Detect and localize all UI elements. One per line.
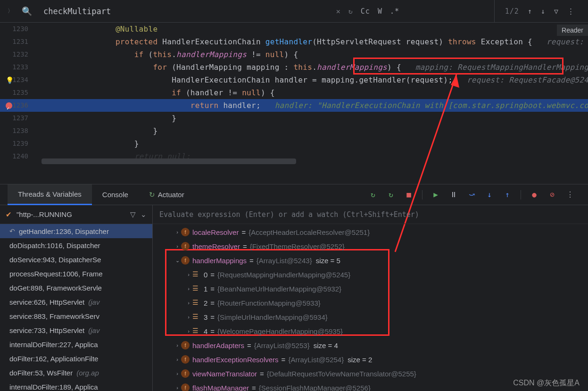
code-line[interactable]: 1230 @Nullable (0, 23, 588, 35)
expand-icon[interactable]: › (174, 243, 181, 249)
chevron-down-icon[interactable]: ⌄ (141, 210, 147, 219)
step-out-icon[interactable]: ↑ (503, 190, 512, 200)
collapse-icon[interactable]: 〉 (8, 7, 13, 15)
stack-frame[interactable]: doGet:898, FrameworkServle (0, 281, 152, 295)
pause-icon[interactable]: ⏸ (449, 190, 458, 200)
line-number[interactable]: 1237 (0, 112, 41, 125)
words-toggle[interactable]: W (378, 7, 382, 16)
code-line[interactable]: 1231 protected HandlerExecutionChain get… (0, 35, 588, 48)
tab-actuator[interactable]: ↻Actuator (139, 184, 195, 205)
view-breakpoints-icon[interactable]: ● (530, 190, 539, 200)
variable-row[interactable]: ›☰0 = {RequestMappingHandlerMapping@5245… (153, 267, 588, 282)
code-line[interactable]: 1237 } (0, 112, 588, 125)
expand-icon[interactable]: › (174, 342, 181, 348)
line-number[interactable]: 1240 (0, 150, 41, 163)
code-line[interactable]: 1234💡 HandlerExecutionChain handler = ma… (0, 74, 588, 86)
variable-size: size = 5 (316, 257, 340, 265)
expand-icon[interactable]: › (174, 357, 181, 362)
thread-name[interactable]: "http-...RUNNING (17, 210, 125, 218)
search-icon[interactable]: 🔍 (22, 6, 32, 16)
variable-row[interactable]: ›☰2 = {RouterFunctionMapping@5933} (153, 296, 588, 310)
line-number[interactable]: 1232 (0, 48, 41, 61)
call-stack[interactable]: ↶getHandler:1236, DispatcherdoDispatch:1… (0, 224, 152, 391)
code-line[interactable]: 1238 } (0, 125, 588, 137)
tab-console[interactable]: Console (92, 184, 139, 205)
line-number[interactable]: 1236 (0, 99, 41, 112)
step-over-icon[interactable]: ⤻ (467, 190, 476, 200)
expand-icon[interactable]: › (185, 286, 192, 291)
variable-row[interactable]: ›☰3 = {SimpleUrlHandlerMapping@5934} (153, 310, 588, 324)
line-number[interactable]: 1234💡 (0, 74, 41, 86)
mute-breakpoints-icon[interactable]: ⊘ (547, 190, 557, 200)
variable-row[interactable]: ›☰4 = {WelcomePageHandlerMapping@5935} (153, 324, 588, 338)
stack-frame[interactable]: internalDoFilter:189, Applica (0, 380, 152, 391)
filter-icon[interactable]: ▽ (130, 210, 136, 219)
next-match-icon[interactable]: ↓ (541, 7, 546, 16)
stack-frame[interactable]: doService:943, DispatcherSe (0, 252, 152, 266)
expand-icon[interactable]: › (174, 385, 181, 391)
stack-frame[interactable]: processRequest:1006, Frame (0, 266, 152, 281)
code-line[interactable]: 1233 for (HandlerMapping mapping : this.… (0, 61, 588, 74)
line-number[interactable]: 1230 (0, 23, 41, 35)
variable-row[interactable]: ⌄fhandlerMappings = {ArrayList@5243}size… (153, 253, 588, 267)
breakpoint-icon[interactable] (6, 102, 12, 109)
variable-row[interactable]: ›fhandlerAdapters = {ArrayList@5253}size… (153, 338, 588, 352)
variable-value: {RequestMappingHandlerMapping@5245} (217, 271, 350, 279)
stack-frame[interactable]: doFilter:162, ApplicationFilte (0, 351, 152, 366)
stack-frame[interactable]: doDispatch:1016, Dispatcher (0, 238, 152, 252)
expand-icon[interactable]: › (185, 314, 192, 320)
stack-frame[interactable]: service:883, FrameworkServ (0, 309, 152, 323)
variable-name: handlerMappings (192, 257, 247, 265)
line-number[interactable]: 1235 (0, 86, 41, 99)
match-case-toggle[interactable]: Cc (361, 7, 370, 16)
variable-row[interactable]: ›fhandlerExceptionResolvers = {ArrayList… (153, 352, 588, 366)
step-into-icon[interactable]: ↓ (485, 190, 494, 200)
code-line[interactable]: 1236 return handler; handler: "HandlerEx… (0, 99, 588, 112)
expand-icon[interactable]: › (174, 371, 181, 376)
field-icon: f (181, 256, 190, 265)
code-line[interactable]: 1235 if (handler != null) { (0, 86, 588, 99)
tab-threads-variables[interactable]: Threads & Variables (8, 184, 92, 205)
regex-toggle[interactable]: .* (390, 7, 399, 16)
variables-tree[interactable]: ›flocaleResolver = {AcceptHeaderLocaleRe… (153, 224, 588, 391)
stack-frame[interactable]: service:626, HttpServlet (jav (0, 295, 152, 309)
code-editor[interactable]: 1230 @Nullable1231 protected HandlerExec… (0, 23, 588, 164)
expand-icon[interactable]: ⌄ (174, 258, 181, 264)
more-icon[interactable]: ⋮ (567, 7, 575, 16)
horizontal-scrollbar[interactable] (41, 158, 296, 164)
stack-frame[interactable]: doFilter:53, WsFilter (org.ap (0, 366, 152, 380)
drop-frame-icon[interactable]: ↶ (9, 227, 15, 235)
variable-value: {ArrayList@5253} (254, 341, 310, 349)
expand-icon[interactable]: › (185, 272, 192, 277)
variable-name: themeResolver (192, 242, 240, 250)
rerun-failed-icon[interactable]: ↻ (386, 190, 396, 200)
search-input[interactable] (43, 7, 307, 16)
line-number[interactable]: 1231 (0, 35, 41, 48)
stack-frame[interactable]: ↶getHandler:1236, Dispatcher (0, 224, 152, 238)
evaluate-expression-input[interactable]: Evaluate expression (Enter) or add a wat… (153, 205, 588, 224)
variable-row[interactable]: ›flocaleResolver = {AcceptHeaderLocaleRe… (153, 225, 588, 239)
rerun-icon[interactable]: ↻ (368, 190, 378, 200)
more-debug-icon[interactable]: ⋮ (565, 190, 575, 200)
expand-icon[interactable]: › (185, 300, 192, 306)
variable-row[interactable]: ›fthemeResolver = {FixedThemeResolver@52… (153, 239, 588, 253)
close-icon[interactable]: ✕ (336, 7, 341, 16)
filter-icon[interactable]: ▽ (554, 7, 559, 16)
find-bar: 〉 🔍 ✕ ↻ Cc W .* 1/2 ↑ ↓ ▽ ⋮ (0, 0, 588, 23)
line-number[interactable]: 1239 (0, 137, 41, 150)
stack-frame[interactable]: service:733, HttpServlet (jav (0, 323, 152, 337)
intention-bulb-icon[interactable]: 💡 (6, 74, 14, 86)
stack-frame[interactable]: internalDoFilter:227, Applica (0, 337, 152, 351)
stop-icon[interactable]: ■ (404, 190, 414, 200)
expand-icon[interactable]: › (185, 328, 192, 334)
resume-icon[interactable]: ▶ (431, 190, 440, 200)
line-number[interactable]: 1233 (0, 61, 41, 74)
reader-mode-tab[interactable]: Reader (557, 25, 588, 36)
prev-match-icon[interactable]: ↑ (528, 7, 532, 16)
expand-icon[interactable]: › (174, 229, 181, 235)
line-number[interactable]: 1238 (0, 125, 41, 137)
code-line[interactable]: 1239 } (0, 137, 588, 150)
history-icon[interactable]: ↻ (348, 7, 353, 16)
variable-row[interactable]: ›☰1 = {BeanNameUrlHandlerMapping@5932} (153, 282, 588, 296)
code-line[interactable]: 1232 if (this.handlerMappings != null) { (0, 48, 588, 61)
